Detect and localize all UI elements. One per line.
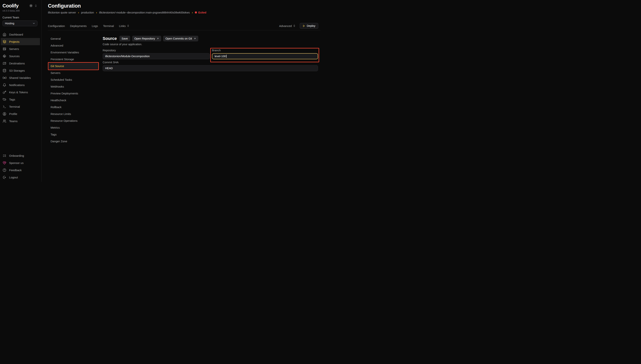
play-icon xyxy=(303,25,305,27)
sidebar-item-label: Servers xyxy=(9,47,19,50)
tab-deployments[interactable]: Deployments xyxy=(70,24,87,28)
breadcrumb-separator-icon: › xyxy=(96,11,97,14)
brand-logo: Coolify xyxy=(3,3,19,9)
home-icon xyxy=(3,33,6,36)
branch-value: level-100 xyxy=(215,55,226,58)
subnav-item-persistent-storage[interactable]: Persistent Storage xyxy=(49,56,99,62)
sidebar-item-label: Projects xyxy=(9,40,20,43)
breadcrumb: illicitonion quote server › production ›… xyxy=(48,11,321,14)
config-subnav: General Advanced Environment Variables P… xyxy=(49,35,99,144)
breadcrumb-separator-icon: › xyxy=(192,11,193,14)
sidebar-item-teams[interactable]: Teams xyxy=(0,118,42,125)
deploy-label: Deploy xyxy=(307,24,315,27)
sidebar-item-s3-storages[interactable]: S3 Storages xyxy=(0,67,42,74)
subnav-item-environment-variables[interactable]: Environment Variables xyxy=(49,49,99,56)
theme-selector-chevrons-icon[interactable] xyxy=(35,4,37,7)
sidebar-item-sponsor-us[interactable]: Sponsor us xyxy=(0,159,42,166)
subnav-item-danger-zone[interactable]: Danger Zone xyxy=(49,138,99,144)
subnav-item-resource-operations[interactable]: Resource Operations xyxy=(49,117,99,124)
tab-logs[interactable]: Logs xyxy=(92,24,98,28)
team-select[interactable]: Hosting xyxy=(3,20,38,26)
tab-links-label: Links xyxy=(119,24,126,28)
sidebar-item-dashboard[interactable]: Dashboard xyxy=(0,31,42,38)
sidebar-item-label: Sources xyxy=(9,54,20,58)
logout-icon xyxy=(3,176,6,179)
page-title: Configuration xyxy=(42,0,321,9)
subnav-item-webhooks[interactable]: Webhooks xyxy=(49,83,99,90)
sidebar-item-projects[interactable]: Projects xyxy=(1,38,40,45)
toolbar: Configuration Deployments Logs Terminal … xyxy=(48,23,318,29)
heart-handshake-icon xyxy=(3,161,6,165)
save-button[interactable]: Save xyxy=(119,36,130,42)
breadcrumb-application[interactable]: illicitestonion/-module--decomposition:m… xyxy=(99,11,190,14)
shared-variables-icon: (x) xyxy=(3,76,6,80)
sidebar-item-profile[interactable]: Profile xyxy=(0,110,42,118)
sidebar-item-onboarding[interactable]: Onboarding xyxy=(0,152,42,159)
sidebar-footer-nav: Onboarding Sponsor us Feedback Logout xyxy=(0,152,42,182)
sidebar-item-notifications[interactable]: Notifications xyxy=(0,81,42,88)
list-checks-icon xyxy=(3,154,6,158)
brand-row: Coolify xyxy=(0,0,42,9)
subnav-item-servers[interactable]: Servers xyxy=(49,69,99,76)
subnav-item-preview-deployments[interactable]: Preview Deployments xyxy=(49,90,99,97)
sidebar-item-label: Dashboard xyxy=(9,33,23,36)
subnav-item-git-source[interactable]: Git Source xyxy=(49,62,99,69)
sidebar-item-tags[interactable]: Tags xyxy=(0,96,42,103)
open-commits-button[interactable]: Open Commits on Git xyxy=(163,36,198,42)
sidebar-item-terminal[interactable]: Terminal xyxy=(0,103,42,110)
sidebar-item-label: Feedback xyxy=(9,168,22,172)
terminal-icon xyxy=(3,105,6,108)
subnav-item-metrics[interactable]: Metrics xyxy=(49,124,99,131)
sidebar-item-feedback[interactable]: Feedback xyxy=(0,166,42,174)
sidebar-item-servers[interactable]: Servers xyxy=(0,45,42,52)
sidebar-item-label: Logout xyxy=(9,176,18,179)
text-caret xyxy=(226,55,227,58)
subnav-item-tags[interactable]: Tags xyxy=(49,131,99,138)
theme-sun-icon[interactable] xyxy=(29,4,33,8)
sidebar-item-label: Onboarding xyxy=(9,154,24,157)
status-label: Exited xyxy=(198,11,206,14)
external-link-icon xyxy=(157,38,159,40)
breadcrumb-environment[interactable]: production xyxy=(81,11,94,14)
branch-input[interactable]: level-100 xyxy=(212,53,318,59)
team-select-value: Hosting xyxy=(5,22,14,25)
sidebar-item-label: Notifications xyxy=(9,84,25,87)
sidebar-item-destinations[interactable]: Destinations xyxy=(0,60,42,67)
layers-icon xyxy=(3,40,6,44)
status-dot-icon xyxy=(195,12,197,14)
git-source-diamond-icon xyxy=(3,54,6,58)
tab-terminal[interactable]: Terminal xyxy=(103,24,114,28)
tab-links[interactable]: Links xyxy=(119,24,130,28)
sidebar-item-keys-tokens[interactable]: Keys & Tokens xyxy=(0,88,42,96)
sidebar-item-label: S3 Storages xyxy=(9,69,25,72)
database-icon xyxy=(3,69,6,72)
subnav-item-resource-limits[interactable]: Resource Limits xyxy=(49,110,99,117)
chevrons-up-down-icon xyxy=(127,24,130,27)
chevron-down-icon xyxy=(32,22,35,25)
commit-sha-input[interactable]: HEAD xyxy=(103,65,318,71)
repository-label: Repository xyxy=(103,49,210,52)
advanced-dropdown[interactable]: Advanced xyxy=(279,24,296,28)
subnav-item-advanced[interactable]: Advanced xyxy=(49,42,99,49)
subnav-item-general[interactable]: General xyxy=(49,35,99,42)
tab-configuration[interactable]: Configuration xyxy=(48,24,65,28)
sidebar-item-logout[interactable]: Logout xyxy=(0,174,42,181)
help-circle-icon xyxy=(3,168,6,172)
subnav-item-rollback[interactable]: Rollback xyxy=(49,104,99,110)
chevrons-up-down-icon xyxy=(293,24,296,27)
subnav-item-healthcheck[interactable]: Healthcheck xyxy=(49,97,99,104)
sidebar-item-label: Profile xyxy=(9,112,17,116)
sidebar-item-sources[interactable]: Sources xyxy=(0,52,42,60)
subnav-item-scheduled-tasks[interactable]: Scheduled Tasks xyxy=(49,76,99,83)
sidebar-item-label: Sponsor us xyxy=(9,161,24,164)
main-area: Configuration illicitonion quote server … xyxy=(42,0,321,182)
sidebar-item-shared-variables[interactable]: (x) Shared Variables xyxy=(0,74,42,81)
breadcrumb-project[interactable]: illicitonion quote server xyxy=(48,11,76,14)
deploy-button[interactable]: Deploy xyxy=(300,23,318,29)
open-repository-button[interactable]: Open Repository xyxy=(132,36,161,42)
repository-input[interactable]: illicitestonion/Module-Decomposition xyxy=(103,53,210,59)
sidebar-item-label: Destinations xyxy=(9,62,25,65)
commit-sha-label: Commit SHA xyxy=(103,61,318,64)
branch-label: Branch xyxy=(212,49,318,52)
repository-value: illicitestonion/Module-Decomposition xyxy=(105,55,150,58)
